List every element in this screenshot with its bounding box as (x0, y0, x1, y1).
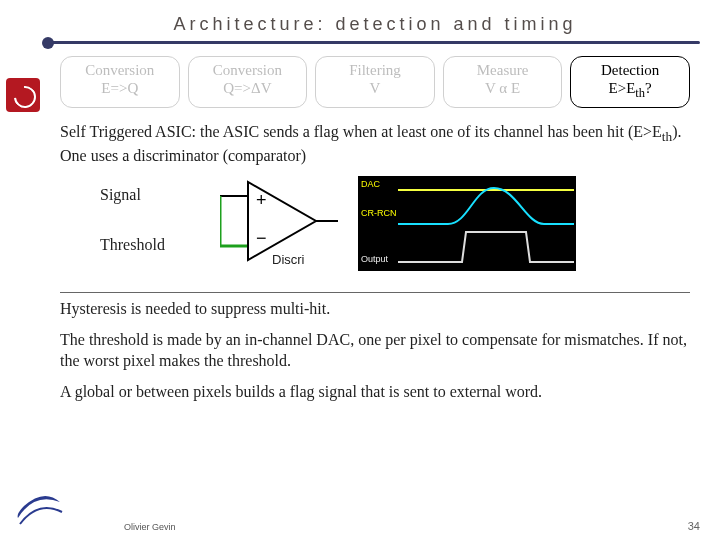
para-threshold-dac: The threshold is made by an in-channel D… (60, 330, 690, 372)
comparator-symbol: + − Discri (220, 176, 340, 276)
stage-filtering: Filtering V (315, 56, 435, 108)
discriminator-diagram: Signal Threshold + − Discri DAC CR-RCN O… (60, 176, 690, 284)
stage-detection: Detection E>Eth? (570, 56, 690, 108)
page-number: 34 (688, 520, 700, 532)
stage-conversion-qv: Conversion Q=>ΔV (188, 56, 308, 108)
threshold-label: Threshold (100, 236, 165, 254)
para-global-flag: A global or between pixels builds a flag… (60, 382, 690, 403)
divider (60, 292, 690, 293)
stage-conversion-eq: Conversion E=>Q (60, 56, 180, 108)
irfu-logo (14, 488, 64, 532)
discri-label: Discri (272, 252, 305, 267)
title-rule (50, 41, 700, 44)
scope-dac-label: DAC (361, 179, 380, 189)
cea-logo (6, 78, 46, 118)
scope-plot: DAC CR-RCN Output (358, 176, 576, 271)
signal-label: Signal (100, 186, 141, 204)
scope-output-label: Output (361, 254, 388, 264)
stage-measure: Measure V α E (443, 56, 563, 108)
scope-crrc-label: CR-RCN (361, 208, 397, 218)
pipeline: Conversion E=>Q Conversion Q=>ΔV Filteri… (60, 52, 690, 118)
para-self-triggered: Self Triggered ASIC: the ASIC sends a fl… (60, 122, 690, 166)
stage-detection-line2: E>Eth? (575, 79, 685, 101)
minus-icon: − (256, 228, 267, 248)
plus-icon: + (256, 190, 267, 210)
para-hysteresis: Hysteresis is needed to suppress multi-h… (60, 299, 690, 320)
footer: Olivier Gevin 34 (0, 488, 720, 532)
author: Olivier Gevin (124, 522, 176, 532)
slide-title: Architecture: detection and timing (60, 10, 690, 41)
